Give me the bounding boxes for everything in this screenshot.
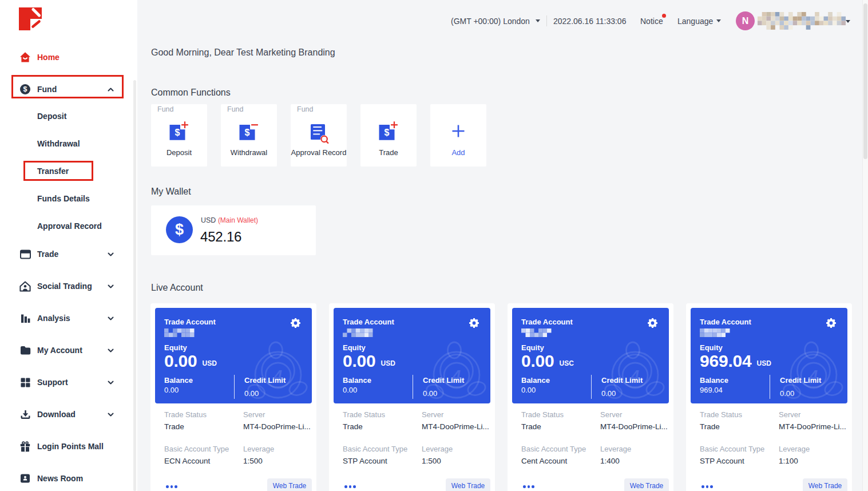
svg-text:$: $ — [23, 85, 27, 93]
svg-text:$: $ — [245, 128, 250, 137]
svg-text:$: $ — [175, 128, 180, 137]
svg-text:$: $ — [385, 128, 390, 137]
